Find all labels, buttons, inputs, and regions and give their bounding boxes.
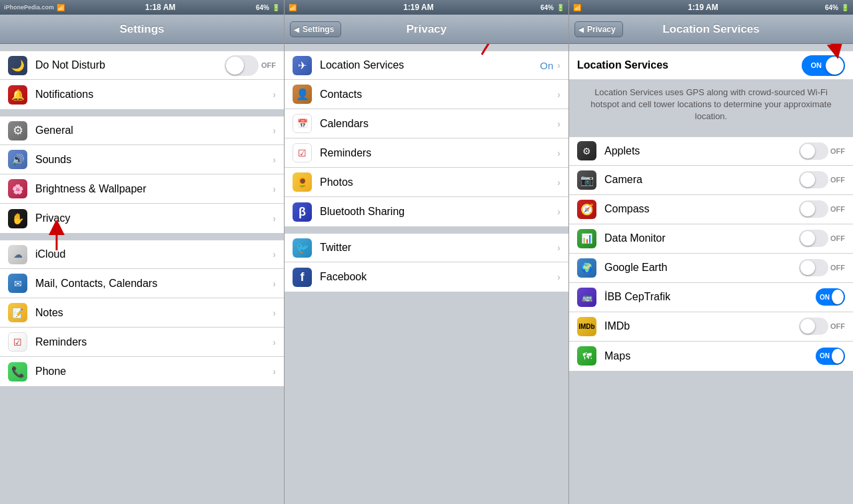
loc-item-compass[interactable]: 🧭 Compass OFF bbox=[569, 195, 853, 224]
privacy-item-contacts[interactable]: 👤 Contacts › bbox=[285, 80, 568, 109]
privacy-item-facebook[interactable]: f Facebook › bbox=[285, 262, 568, 292]
reminders-arrow: › bbox=[273, 337, 276, 348]
location-services-header-cell[interactable]: Location Services ON bbox=[569, 51, 853, 80]
loc-services-header-label: Location Services bbox=[577, 59, 802, 71]
status-bar-time-3: 1:19 AM bbox=[688, 3, 718, 12]
imdb-toggle-knob bbox=[800, 319, 815, 334]
applets-off-label: OFF bbox=[830, 147, 845, 155]
data-monitor-toggle[interactable] bbox=[799, 230, 828, 247]
general-label: General bbox=[35, 125, 273, 136]
privacy-item-photos[interactable]: 🌻 Photos › bbox=[285, 168, 568, 197]
notes-arrow: › bbox=[273, 308, 276, 318]
data-monitor-label: Data Monitor bbox=[604, 232, 799, 244]
wifi-icon-2: 📶 bbox=[289, 4, 297, 11]
settings-item-icloud[interactable]: ☁ iCloud › bbox=[0, 240, 284, 269]
status-bar-right-2: 64% 🔋 bbox=[540, 4, 564, 11]
bluetooth-icon: β bbox=[293, 202, 312, 222]
notes-icon: 📝 bbox=[8, 303, 27, 322]
notes-label: Notes bbox=[35, 307, 273, 319]
bluetooth-arrow: › bbox=[557, 206, 560, 217]
privacy-item-bluetooth[interactable]: β Bluetooth Sharing › bbox=[285, 197, 568, 226]
screens-container: iPhonePedia.com 📶 1:18 AM 64% 🔋 Settings… bbox=[0, 0, 853, 504]
maps-toggle[interactable]: ON bbox=[816, 348, 845, 365]
calendars-label: Calendars bbox=[320, 118, 557, 130]
brightness-label: Brightness & Wallpaper bbox=[35, 183, 273, 195]
twitter-icon: 🐦 bbox=[293, 238, 312, 258]
data-monitor-toggle-knob bbox=[800, 231, 815, 246]
settings-list: 🌙 Do Not Disturb OFF 🔔 Notifications › ⚙ bbox=[0, 44, 284, 504]
loc-item-camera[interactable]: 📷 Camera OFF bbox=[569, 166, 853, 195]
do-not-disturb-toggle[interactable] bbox=[225, 55, 259, 76]
settings-item-notes[interactable]: 📝 Notes › bbox=[0, 298, 284, 328]
do-not-disturb-icon: 🌙 bbox=[8, 56, 27, 75]
do-not-disturb-off-label: OFF bbox=[261, 61, 276, 69]
loc-item-data-monitor[interactable]: 📊 Data Monitor OFF bbox=[569, 224, 853, 254]
loc-item-ibb[interactable]: 🚌 İBB CepTrafik ON bbox=[569, 283, 853, 312]
applets-toggle-knob bbox=[800, 144, 815, 158]
settings-item-do-not-disturb[interactable]: 🌙 Do Not Disturb OFF bbox=[0, 51, 284, 80]
nav-title-settings: Settings bbox=[119, 23, 164, 36]
settings-item-general[interactable]: ⚙ General › bbox=[0, 116, 284, 145]
ibb-toggle[interactable]: ON bbox=[816, 288, 845, 306]
calendars-icon: 📅 bbox=[293, 114, 312, 133]
compass-toggle[interactable] bbox=[799, 200, 828, 218]
compass-label: Compass bbox=[604, 203, 799, 215]
nav-bar-2: Settings Privacy bbox=[285, 15, 568, 44]
privacy-item-calendars[interactable]: 📅 Calendars › bbox=[285, 109, 568, 138]
settings-item-mail[interactable]: ✉ Mail, Contacts, Calendars › bbox=[0, 269, 284, 298]
camera-off-label: OFF bbox=[830, 176, 845, 184]
do-not-disturb-toggle-knob bbox=[226, 57, 244, 75]
notifications-label: Notifications bbox=[35, 89, 273, 101]
mail-icon: ✉ bbox=[8, 274, 27, 293]
settings-item-brightness[interactable]: 🌸 Brightness & Wallpaper › bbox=[0, 174, 284, 204]
brightness-icon: 🌸 bbox=[8, 179, 27, 198]
applets-toggle[interactable] bbox=[799, 142, 828, 160]
status-bar-left-2: 📶 bbox=[289, 4, 297, 11]
status-bar-time-1: 1:18 AM bbox=[145, 3, 176, 12]
privacy-item-reminders[interactable]: ☑ Reminders › bbox=[285, 138, 568, 168]
ibb-icon: 🚌 bbox=[577, 288, 596, 307]
settings-item-notifications[interactable]: 🔔 Notifications › bbox=[0, 80, 284, 109]
privacy-group-2: 🐦 Twitter › f Facebook › bbox=[285, 233, 568, 292]
settings-back-button[interactable]: Settings bbox=[290, 21, 341, 37]
loc-item-applets[interactable]: ⚙ Applets OFF bbox=[569, 136, 853, 166]
brightness-arrow: › bbox=[273, 184, 276, 194]
sounds-label: Sounds bbox=[35, 154, 273, 166]
privacy-item-location[interactable]: ✈ Location Services On › bbox=[285, 51, 568, 80]
settings-item-phone[interactable]: 📞 Phone › bbox=[0, 357, 284, 386]
ibb-label: İBB CepTrafik bbox=[604, 291, 816, 303]
privacy-back-button[interactable]: Privacy bbox=[574, 21, 623, 37]
reminders2-label: Reminders bbox=[320, 147, 557, 159]
loc-item-maps[interactable]: 🗺 Maps ON bbox=[569, 342, 853, 371]
privacy-item-twitter[interactable]: 🐦 Twitter › bbox=[285, 233, 568, 262]
compass-toggle-knob bbox=[800, 202, 815, 216]
location-label: Location Services bbox=[320, 59, 540, 71]
sounds-arrow: › bbox=[273, 154, 276, 165]
settings-item-privacy[interactable]: ✋ Privacy › bbox=[0, 204, 284, 233]
do-not-disturb-label: Do Not Disturb bbox=[35, 59, 225, 71]
loc-item-imdb[interactable]: IMDb IMDb OFF bbox=[569, 312, 853, 342]
privacy-group-1: ✈ Location Services On › bbox=[285, 51, 568, 226]
notifications-arrow: › bbox=[273, 89, 276, 100]
imdb-off-label: OFF bbox=[830, 322, 845, 330]
settings-group-2: ⚙ General › 🔊 Sounds › 🌸 Brightness & Wa… bbox=[0, 116, 284, 233]
settings-screen: iPhonePedia.com 📶 1:18 AM 64% 🔋 Settings… bbox=[0, 0, 285, 504]
imdb-toggle[interactable] bbox=[799, 318, 828, 335]
status-bar-2: 📶 1:19 AM 64% 🔋 bbox=[285, 0, 568, 15]
settings-item-reminders[interactable]: ☑ Reminders › bbox=[0, 328, 284, 357]
general-arrow: › bbox=[273, 125, 276, 136]
compass-off-label: OFF bbox=[830, 205, 845, 213]
location-services-toggle[interactable]: ON bbox=[802, 55, 845, 76]
settings-item-sounds[interactable]: 🔊 Sounds › bbox=[0, 145, 284, 174]
camera-toggle[interactable] bbox=[799, 171, 828, 188]
google-earth-off-label: OFF bbox=[830, 264, 845, 272]
phone-icon: 📞 bbox=[8, 362, 27, 381]
reminders-label: Reminders bbox=[35, 336, 273, 348]
camera-toggle-knob bbox=[800, 172, 815, 187]
general-icon: ⚙ bbox=[8, 121, 27, 140]
location-icon: ✈ bbox=[293, 56, 312, 75]
loc-item-google-earth[interactable]: 🌍 Google Earth OFF bbox=[569, 254, 853, 283]
loc-toggle-knob bbox=[826, 57, 844, 75]
google-earth-toggle[interactable] bbox=[799, 259, 828, 276]
applets-label: Applets bbox=[604, 145, 799, 157]
